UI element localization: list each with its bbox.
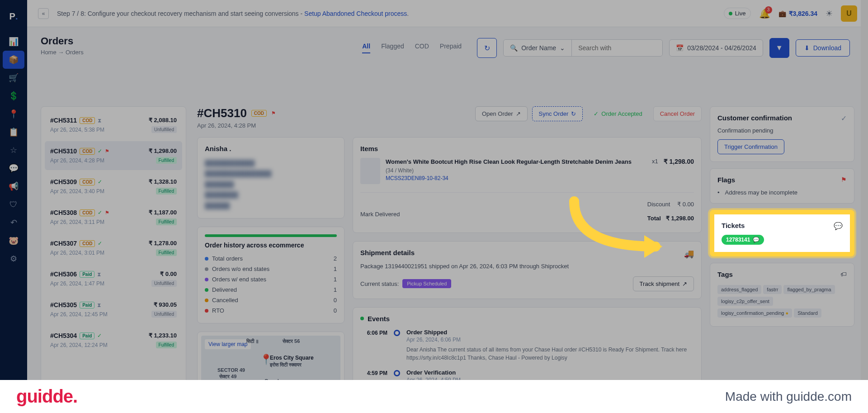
nav-star-icon[interactable]: ☆ (0, 141, 27, 159)
guidde-footer: guidde Made with guidde.com (0, 380, 868, 413)
tag-chip[interactable]: logisy_confirmation_pending (717, 309, 792, 318)
mark-delivered-link[interactable]: Mark Delivered (360, 211, 400, 218)
nav-orders-icon[interactable]: 📦 (3, 51, 24, 69)
order-card[interactable]: #CH5310COD✓ ⚑Apr 26, 2024, 4:28 PM₹ 1,29… (45, 141, 182, 170)
theme-toggle-icon[interactable]: ☀ (826, 9, 833, 19)
tag-chip[interactable]: logisy_c2p_offer_sent (717, 297, 773, 306)
item-qty: x1 (652, 158, 658, 165)
user-avatar[interactable]: U (841, 5, 857, 22)
payment-badge: Paid (80, 332, 94, 339)
tab-flagged[interactable]: Flagged (381, 43, 404, 53)
chat-icon: 💬 (834, 222, 843, 230)
orders-list[interactable]: #CH5311COD⧗Apr 26, 2024, 5:38 PM₹ 2,088.… (41, 106, 186, 398)
filter-button[interactable]: ▼ (769, 38, 789, 58)
sync-order-button[interactable]: Sync Order↻ (532, 106, 583, 121)
refresh-button[interactable]: ↻ (477, 38, 497, 58)
order-price: ₹ 1,187.00 (149, 209, 177, 216)
scrollbar[interactable] (861, 0, 868, 380)
collapse-sidebar-button[interactable]: « (38, 8, 49, 19)
nav-clipboard-icon[interactable]: 📋 (0, 123, 27, 141)
tag-chip[interactable]: flagged_by_pragma (783, 285, 835, 294)
shipment-title: Shipment details (360, 249, 694, 256)
open-order-button[interactable]: Open Order↗ (475, 106, 528, 121)
tags-title: Tags (717, 271, 847, 278)
hourglass-icon: ⧗ (97, 302, 101, 308)
flag-icon: ⚑ (841, 176, 847, 183)
order-card[interactable]: #CH5311COD⧗Apr 26, 2024, 5:38 PM₹ 2,088.… (45, 110, 182, 139)
notif-count: 3 (765, 6, 772, 14)
order-status: Unfulfilled (151, 311, 177, 318)
nav-cart-icon[interactable]: 🛒 (0, 69, 27, 87)
history-row: Orders w/o end states1 (205, 264, 337, 274)
order-card[interactable]: #CH5307COD✓Apr 26, 2024, 3:01 PM₹ 1,278.… (45, 233, 182, 262)
flags-title: Flags (717, 176, 847, 184)
track-shipment-button[interactable]: Track shipment↗ (633, 276, 694, 291)
order-date: Apr 26, 2024, 3:01 PM (50, 250, 104, 256)
tag-chip[interactable]: Standard (794, 309, 821, 318)
download-button[interactable]: ⬇Download (796, 39, 850, 57)
notifications-icon[interactable]: 🔔3 (759, 8, 770, 19)
map-preview[interactable]: View larger map सिटी ॥ सेक्टर 56 📍 Eros … (201, 336, 340, 385)
nav-piggy-icon[interactable]: 🐷 (0, 232, 27, 250)
nav-shield-icon[interactable]: 🛡 (0, 195, 27, 214)
content-area: #CH5311COD⧗Apr 26, 2024, 5:38 PM₹ 2,088.… (27, 106, 868, 398)
search-icon: 🔍 (510, 44, 518, 52)
payment-badge: Paid (80, 271, 94, 278)
order-date: Apr 26, 2024, 3:40 PM (50, 188, 104, 195)
date-range-picker[interactable]: 📅03/28/2024 - 04/26/2024 (669, 39, 763, 57)
tickets-card[interactable]: 💬 Tickets 12783141💬 (710, 210, 854, 256)
history-progress-bar (205, 234, 337, 237)
history-row: Cancelled0 (205, 295, 337, 305)
history-row: RTO0 (205, 305, 337, 316)
left-nav-rail: P 📊 📦 🛒 💲 📍 📋 ☆ 💬 📢 🛡 ↶ 🐷 ⚙ (0, 0, 27, 380)
order-accepted-status: ✓Order Accepted (587, 106, 648, 121)
events-title: Events (368, 315, 390, 323)
event-title: Order Verification (406, 369, 694, 376)
flag-icon: ⚑ (271, 110, 276, 116)
tag-chip[interactable]: fastrr (763, 285, 782, 294)
nav-chat-icon[interactable]: 💬 (0, 159, 27, 177)
tag-chip[interactable]: address_flagged (717, 285, 761, 294)
payment-badge: COD (80, 179, 95, 185)
order-price: ₹ 2,088.10 (149, 117, 177, 123)
view-larger-map-link[interactable]: View larger map (205, 339, 251, 349)
order-card[interactable]: #CH5304Paid✓Apr 26, 2024, 12:24 PM₹ 1,23… (45, 326, 182, 355)
tab-all[interactable]: All (362, 43, 370, 53)
order-date: Apr 26, 2024, 12:45 PM (50, 311, 108, 318)
nav-money-icon[interactable]: 💲 (0, 87, 27, 105)
brand-logo: P (5, 8, 22, 24)
order-date: Apr 26, 2024, 4:28 PM (50, 157, 109, 164)
nav-analytics-icon[interactable]: 📊 (0, 33, 27, 51)
order-card[interactable]: #CH5305Paid⧗Apr 26, 2024, 12:45 PM₹ 930.… (45, 295, 182, 324)
item-sku-link[interactable]: MCSS23DEN89-10-82-34 (386, 175, 646, 181)
cancel-order-button[interactable]: Cancel Order (653, 106, 702, 121)
ticket-number-badge[interactable]: 12783141💬 (722, 235, 764, 245)
payment-badge: COD (80, 148, 95, 155)
nav-location-icon[interactable]: 📍 (0, 105, 27, 123)
hourglass-icon: ⧗ (98, 117, 101, 123)
tickets-title: Tickets (722, 222, 843, 229)
tab-cod[interactable]: COD (415, 43, 429, 53)
order-card[interactable]: #CH5309COD✓Apr 26, 2024, 3:40 PM₹ 1,328.… (45, 172, 182, 201)
wallet-balance[interactable]: 💼₹3,826.34 (778, 10, 818, 17)
tick-icon: ✓ (98, 179, 102, 185)
customer-details-redacted: ████████████████████████████████████████… (205, 158, 337, 211)
external-link-icon: ↗ (682, 280, 687, 287)
order-card[interactable]: #CH5306Paid⧗Apr 26, 2024, 1:47 PM₹ 0.00U… (45, 264, 182, 293)
events-status-dot (360, 317, 364, 320)
tab-prepaid[interactable]: Prepaid (440, 43, 462, 53)
search-group: 🔍Order Name⌄ (503, 39, 663, 57)
search-field-select[interactable]: 🔍Order Name⌄ (504, 40, 572, 56)
nav-megaphone-icon[interactable]: 📢 (0, 177, 27, 195)
trigger-confirmation-button[interactable]: Trigger Confirmation (717, 139, 784, 154)
search-input[interactable] (572, 40, 662, 56)
onboarding-link[interactable]: Setup Abandoned Checkout process (304, 10, 407, 17)
event-time: 6:06 PM (360, 329, 387, 362)
nav-undo-icon[interactable]: ↶ (0, 214, 27, 232)
onboarding-progress-text: Step 7 / 8: Configure your checkout reco… (57, 10, 409, 17)
order-status: Fulfilled (156, 218, 177, 225)
order-card[interactable]: #CH5308COD✓ ⚑Apr 26, 2024, 3:11 PM₹ 1,18… (45, 203, 182, 232)
payment-badge: COD (80, 209, 95, 216)
map-label-sector56: सेक्टर 56 (283, 338, 300, 344)
nav-settings-icon[interactable]: ⚙ (0, 250, 27, 268)
